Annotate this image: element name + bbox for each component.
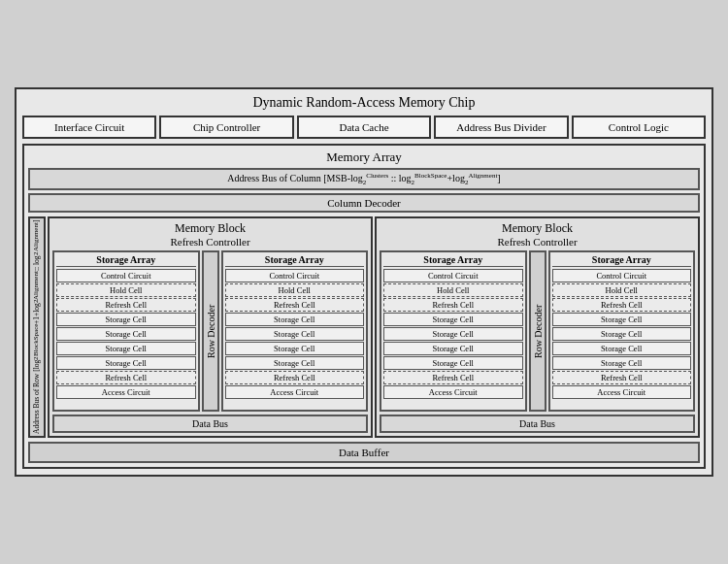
memory-array-title: Memory Array: [28, 149, 700, 165]
col-decoder: Column Decoder: [28, 193, 700, 213]
left-array0-title: Storage Array: [56, 254, 196, 267]
right-row-decoder: Row Decoder: [529, 250, 546, 412]
cell: Refresh Cell: [383, 371, 523, 384]
module-control-logic: Control Logic: [572, 116, 706, 139]
module-chip-controller: Chip Controller: [159, 116, 293, 139]
module-interface: Interface Circuit: [22, 116, 156, 139]
cell: Refresh Cell: [552, 371, 692, 384]
cell: Storage Cell: [56, 356, 196, 370]
left-arrays-row: Storage Array Control Circuit Hold Cell …: [52, 250, 368, 412]
left-block-title: Memory Block: [52, 221, 368, 236]
right-refresh-ctrl-title: Refresh Controller: [380, 236, 695, 248]
cell: Storage Cell: [383, 342, 523, 355]
right-arrays-row: Storage Array Control Circuit Hold Cell …: [380, 250, 695, 412]
right-array0-title: Storage Array: [383, 254, 523, 267]
module-address-bus-divider: Address Bus Divider: [434, 116, 568, 139]
cell: Refresh Cell: [225, 371, 365, 384]
left-block-area: Memory Block Refresh Controller Storage …: [48, 216, 373, 438]
cell: Refresh Cell: [56, 371, 196, 384]
left-row-decoder: Row Decoder: [202, 250, 219, 412]
left-array1-title: Storage Array: [225, 254, 365, 267]
cell: Storage Cell: [552, 356, 692, 370]
top-modules-row: Interface Circuit Chip Controller Data C…: [22, 116, 706, 139]
cell: Storage Cell: [225, 313, 365, 326]
right-block-title: Memory Block: [380, 221, 695, 236]
left-data-bus: Data Bus: [52, 415, 368, 433]
address-bus-row: Address Bus of Row [log2BlockSpace+1+log…: [28, 216, 46, 438]
cell: Storage Cell: [225, 342, 365, 355]
inner-content: Address Bus of Row [log2BlockSpace+1+log…: [28, 216, 700, 438]
right-memory-block: Memory Block Refresh Controller Storage …: [375, 216, 700, 438]
cell: Access Circuit: [56, 385, 196, 399]
right-storage-array-1: Storage Array Control Circuit Hold Cell …: [548, 250, 696, 412]
cell: Hold Cell: [225, 283, 365, 297]
cell: Access Circuit: [552, 385, 692, 399]
module-data-cache: Data Cache: [297, 116, 431, 139]
cell: Control Circuit: [383, 269, 523, 282]
left-storage-array-0: Storage Array Control Circuit Hold Cell …: [52, 250, 200, 412]
cell: Storage Cell: [56, 327, 196, 341]
left-refresh-ctrl-title: Refresh Controller: [52, 236, 368, 248]
left-memory-block: Memory Block Refresh Controller Storage …: [48, 216, 373, 438]
cell: Control Circuit: [56, 269, 196, 282]
address-bus-col: Address Bus of Column [MSB-log2Clusters …: [28, 168, 700, 190]
cell: Storage Cell: [552, 313, 692, 326]
cell: Access Circuit: [383, 385, 523, 399]
cell: Storage Cell: [552, 342, 692, 355]
data-buffer: Data Buffer: [28, 442, 700, 463]
cell: Refresh Cell: [552, 298, 692, 312]
cell: Storage Cell: [225, 327, 365, 341]
cell: Control Circuit: [225, 269, 365, 282]
cell: Control Circuit: [552, 269, 692, 282]
cell: Storage Cell: [383, 356, 523, 370]
cell: Hold Cell: [56, 283, 196, 297]
cell: Storage Cell: [225, 356, 365, 370]
right-block-area: Memory Block Refresh Controller Storage …: [375, 216, 700, 438]
left-storage-array-1: Storage Array Control Circuit Hold Cell …: [221, 250, 369, 412]
cell: Hold Cell: [383, 283, 523, 297]
right-data-bus: Data Bus: [380, 415, 695, 433]
cell: Storage Cell: [56, 342, 196, 355]
right-storage-array-0: Storage Array Control Circuit Hold Cell …: [380, 250, 527, 412]
right-array1-title: Storage Array: [552, 254, 692, 267]
cell: Hold Cell: [552, 283, 692, 297]
cell: Refresh Cell: [383, 298, 523, 312]
cell: Storage Cell: [552, 327, 692, 341]
cell: Storage Cell: [383, 313, 523, 326]
cell: Storage Cell: [383, 327, 523, 341]
cell: Access Circuit: [225, 385, 365, 399]
cell: Refresh Cell: [225, 298, 365, 312]
cell: Refresh Cell: [56, 298, 196, 312]
chip-container: Dynamic Random-Access Memory Chip Interf…: [15, 87, 713, 477]
memory-array-container: Memory Array Address Bus of Column [MSB-…: [22, 144, 706, 469]
cell: Storage Cell: [56, 313, 196, 326]
chip-title: Dynamic Random-Access Memory Chip: [22, 95, 706, 111]
